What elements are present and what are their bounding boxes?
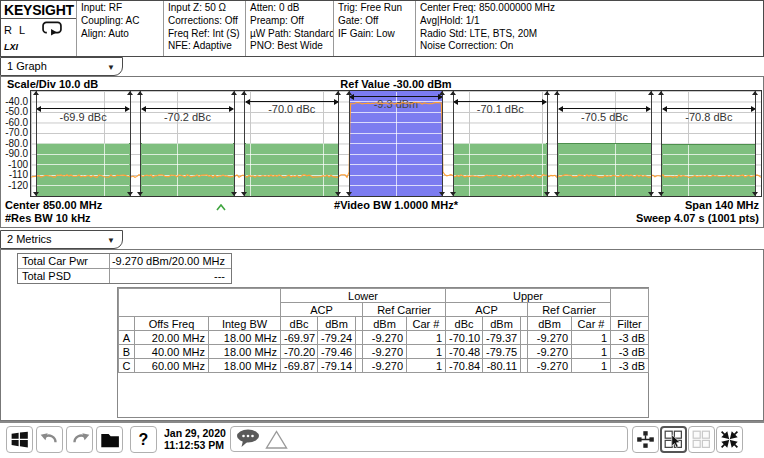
acp-results-box: Lower Upper ACP Ref Carrier ACP Ref Carr… [117,287,649,418]
dbc-header: dBc [281,317,318,331]
integration-bw-arrow [559,108,651,109]
file-save-button[interactable] [96,426,123,453]
graph-selector-dropdown[interactable]: 1 Graph ▼ [0,57,123,76]
table-value-cell: -79.37 [483,331,521,345]
align-setting: Align: Auto [81,28,159,41]
table-value-cell: 1 [572,345,611,359]
row-label-cell: B [119,345,135,359]
band-edge-line [36,91,37,196]
acp-table-row: C60.00 MHz18.00 MHz-69.87-79.14-9.2701-7… [119,359,649,373]
windows-start-button[interactable] [6,426,33,453]
status-message-area[interactable] [230,426,628,452]
table-value-cell: -9.270 [363,331,407,345]
table-value-cell: -3 dB [611,359,649,373]
acp-subheader: ACP [281,303,363,317]
band-edge-line [130,91,131,196]
res-bw-label: #Res BW 10 kHz [5,212,91,224]
spectrum-plot[interactable]: -69.9 dBc-70.2 dBc-70.0 dBc-70.1 dBc-70.… [30,90,762,197]
acp-table-row: A20.00 MHz18.00 MHz-69.97-79.24-9.2701-7… [119,331,649,345]
window-select-button[interactable] [660,426,687,453]
date-text: Jan 29, 2020 [164,427,228,439]
filter-header: Filter [611,317,649,331]
dbm-header: dBm [363,317,407,331]
table-blank-cell [521,331,528,345]
pno-setting: PNO: Best Wide [250,40,329,53]
freq-ref-setting: Freq Ref: Int (S) [168,28,241,41]
radio-std-setting: Radio Std: LTE, BTS, 20M [420,28,759,41]
header-column-frequency: Center Freq: 850.000000 MHz Avg|Hold: 1/… [415,1,763,56]
band-edge-line [755,91,756,196]
ref-carrier-subheader: Ref Carrier [528,303,611,317]
grid-layout-button[interactable] [688,426,715,453]
ref-carrier-subheader: Ref Carrier [363,303,446,317]
table-value-cell: -70.10 [446,331,483,345]
fullscreen-toggle-button[interactable] [716,426,743,453]
span-label: Span 140 MHz [685,199,759,211]
table-value-cell: 20.00 MHz [135,331,209,345]
help-button[interactable]: ? [130,426,157,453]
table-value-cell: -9.270 [528,345,572,359]
table-blank-cell [356,331,363,345]
header-column-trigger: Trig: Free Run Gate: Off IF Gain: Low [333,1,415,56]
preamp-setting: Preamp: Off [250,15,329,28]
bottom-toolbar: ? Jan 29, 2020 11:12:53 PM [0,424,764,455]
table-value-cell: -9.270 [528,331,572,345]
table-blank-cell [119,317,135,331]
offs-freq-header: Offs Freq [135,317,209,331]
table-blank-cell [356,359,363,373]
y-axis-tick: -50.0 [1,107,28,117]
acp-offset-bar [662,144,756,196]
totals-table: Total Car Pwr -9.270 dBm/20.00 MHz Total… [17,253,232,284]
table-value-cell: 40.00 MHz [135,345,209,359]
y-axis-tick: -80.0 [1,139,28,149]
header-column-input: Input: RF Coupling: AC Align: Auto [76,1,163,56]
avg-hold-setting: Avg|Hold: 1/1 [420,15,759,28]
y-axis-tick: -110 [1,170,28,180]
sweep-label: Sweep 4.07 s (1001 pts) [636,212,759,224]
table-value-cell: -70.84 [446,359,483,373]
windows-icon [9,429,30,450]
dbm-header: dBm [528,317,572,331]
car-number-header: Car # [407,317,446,331]
metrics-selector-dropdown[interactable]: 2 Metrics ▼ [0,230,123,249]
integration-bw-arrow [454,101,546,102]
continuous-sweep-icon [41,20,63,40]
row-label-cell: C [119,359,135,373]
total-car-pwr-row: Total Car Pwr -9.270 dBm/20.00 MHz [18,254,231,268]
grid-layout-icon [691,429,712,450]
screen-layout-tree-button[interactable] [632,426,659,453]
offset-dbc-label: -70.1 dBc [453,104,547,115]
table-value-cell: 1 [572,331,611,345]
clock-display[interactable]: Jan 29, 2020 11:12:53 PM [164,427,228,451]
window-select-icon [663,429,684,450]
rl-mode-label: R L [4,24,27,36]
gate-setting: Gate: Off [338,15,411,28]
dbm-header: dBm [483,317,521,331]
layout-tree-icon [635,429,656,450]
undo-button[interactable] [36,426,63,453]
dbm-header: dBm [318,317,356,331]
acp-table: Lower Upper ACP Ref Carrier ACP Ref Carr… [118,288,649,373]
dropdown-arrow-icon: ▼ [107,59,115,76]
table-blank-cell [356,345,363,359]
table-value-cell: 18.00 MHz [209,359,281,373]
table-value-cell: -80.11 [483,359,521,373]
redo-button[interactable] [66,426,93,453]
coupling-setting: Coupling: AC [81,15,159,28]
upper-group-header: Upper [446,289,611,303]
carrier-power-label: -9.3 dBm [349,99,443,110]
input-z-setting: Input Z: 50 Ω [168,2,241,15]
table-value-cell: 1 [407,331,446,345]
metrics-selector-label: 2 Metrics [7,233,52,245]
table-blank-cell [521,359,528,373]
marker-caret-icon [216,197,226,215]
offset-dbc-label: -70.8 dBc [662,112,756,123]
table-blank-cell [521,345,528,359]
band-edge-line [442,91,443,196]
ref-value-label: Ref Value -30.00 dBm [30,78,762,90]
graph-window: Scale/Div 10.0 dB Ref Value -30.00 dBm -… [0,76,764,228]
table-blank-cell [119,289,281,317]
table-value-cell: -9.270 [363,345,407,359]
offset-dbc-label: -70.2 dBc [141,112,235,123]
offset-dbc-label: -70.0 dBc [245,104,339,115]
